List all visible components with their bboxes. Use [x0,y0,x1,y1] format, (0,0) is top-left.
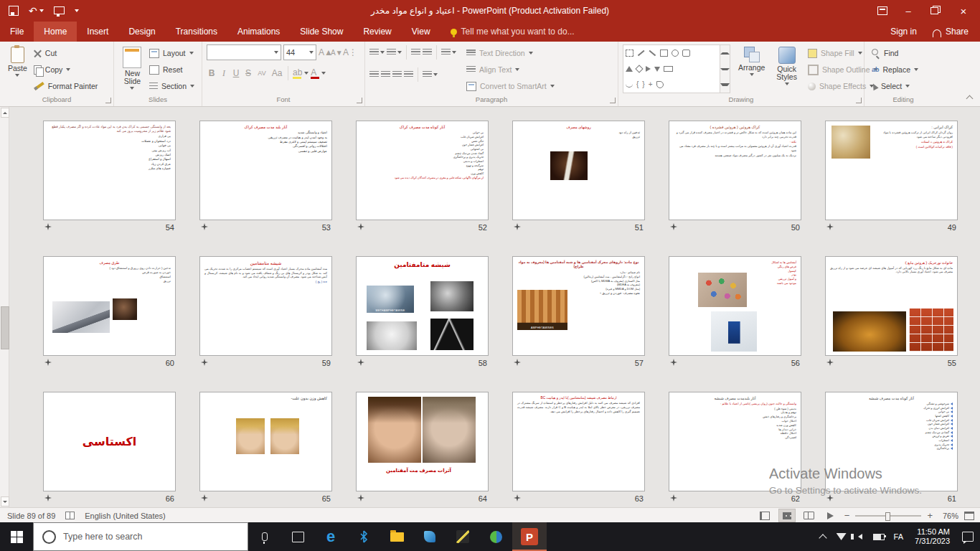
find-button[interactable]: Find [869,46,921,60]
slideshow-view-button[interactable] [823,509,839,522]
replace-button[interactable]: abReplace [869,62,921,77]
paste-button[interactable]: Paste [4,44,31,79]
normal-view-button[interactable] [757,509,773,522]
decrease-indent-button[interactable] [411,49,420,56]
customize-quick-access-icon[interactable] [75,9,79,12]
taskbar-search-input[interactable]: Type here to search [33,522,248,551]
tab-design[interactable]: Design [118,22,165,42]
animation-star-icon[interactable] [44,223,52,232]
animation-star-icon[interactable] [670,494,677,503]
slide-thumbnail-62[interactable]: آثار بلندمدت مصرف شیشهوابستگی و حالت جنو… [669,392,801,491]
align-left-button[interactable] [369,71,379,78]
shapes-more-button[interactable] [720,77,730,93]
tell-me-box[interactable]: Tell me what you want to do... [451,27,575,37]
action-center-button[interactable] [956,522,980,551]
zoom-level[interactable]: 76% [938,512,958,520]
slide-thumbnail-59[interactable]: شیشه متامفتامینمت آمفتامین ماده محرک بسی… [199,256,332,356]
shape-right-arrow-icon[interactable] [646,66,651,72]
quick-styles-button[interactable]: Quick Styles [773,44,801,88]
tab-animations[interactable]: Animations [227,22,290,42]
input-language-button[interactable]: FA [888,532,909,541]
animation-star-icon[interactable] [44,494,52,503]
section-button[interactable]: Section [146,79,197,93]
slide-thumbnail-61[interactable]: آثار کوتاه مدت مصرف شیشهسرخوشی و نشئگیاف… [825,392,958,491]
text-highlight-button[interactable]: ab [293,67,302,79]
slide-sorter-view-button[interactable] [778,509,796,522]
edge-button[interactable]: e [314,522,347,551]
slide-thumbnail-57[interactable]: نوع ماده: داروهای محرک آمفتامین ها و شبه… [512,256,645,356]
slide-thumbnail-55[interactable]: خانواده نورجزیک ( هروئین مایع ):ماده ای … [825,256,958,356]
network-button[interactable] [832,522,851,551]
fit-slide-to-window-button[interactable] [964,512,974,520]
tab-transitions[interactable]: Transitions [166,22,227,42]
slide-thumbnail-58[interactable]: شیشه متامفتامینMETHAMPHETAMINE [356,256,489,356]
show-hidden-icons-button[interactable] [814,522,832,551]
align-text-button[interactable]: Align Text [463,62,557,77]
start-slideshow-icon[interactable] [54,6,65,14]
animation-star-icon[interactable] [514,223,521,232]
animation-star-icon[interactable] [514,359,521,367]
copy-button[interactable]: Copy [31,62,100,77]
spell-check-icon[interactable] [65,512,75,519]
shape-arrow-icon[interactable] [649,50,656,56]
clear-formatting-button[interactable]: A⋮ [343,47,353,57]
shape-plus-icon[interactable]: + [649,82,653,88]
shape-rectangle-icon[interactable] [660,50,668,57]
shape-right-brace-icon[interactable]: } [642,82,644,88]
align-center-button[interactable] [381,71,390,78]
microphone-button[interactable] [248,522,281,551]
underline-button[interactable]: U [231,68,241,78]
zoom-slider-thumb[interactable] [885,512,890,521]
pinned-app-2-button[interactable] [446,522,479,551]
minimize-button[interactable]: – [895,0,921,22]
slide-thumbnail-64[interactable]: آثرات مصرف مت آمفتامین [356,392,489,491]
ribbon-display-options-button[interactable] [870,0,895,22]
font-color-caret-icon[interactable] [321,72,326,75]
shape-triangle-icon[interactable] [626,66,633,72]
pinned-app-1-button[interactable] [413,522,446,551]
volume-button[interactable] [851,522,870,551]
drawing-dialog-launcher[interactable] [856,98,862,103]
text-direction-button[interactable]: Text Direction [463,46,557,60]
tab-review[interactable]: Review [353,22,401,42]
slide-thumbnail-52[interactable]: آثار کوتاه مدت مصرف کراکبی خوابیافزایش ض… [356,121,489,220]
animation-star-icon[interactable] [201,223,208,232]
shape-select-icon[interactable] [626,50,633,57]
shapes-scroll-up-button[interactable] [720,45,730,61]
font-dialog-launcher[interactable] [357,98,362,103]
slide-thumbnail-60[interactable]: طرق مصرفتدخین ( حرارت دادن روی زرورق و ا… [43,256,176,356]
file-explorer-button[interactable] [380,522,413,551]
sign-in-button[interactable]: Sign in [890,27,917,37]
character-spacing-button[interactable]: AV [255,70,268,77]
shape-line-icon[interactable] [638,50,644,56]
slide-thumbnail-49[interactable]: کراک ایرانی :روان گردان کراک ایرانی از ت… [825,121,958,220]
line-spacing-button[interactable] [441,49,456,56]
start-button[interactable] [0,522,33,551]
animation-star-icon[interactable] [357,359,364,367]
slide-thumbnail-65[interactable]: کاهش وزن بدون علت- [199,392,332,491]
reading-view-button[interactable] [801,509,817,522]
tab-slideshow[interactable]: Slide Show [290,22,353,42]
bullets-button[interactable] [369,49,385,56]
shape-diamond-icon[interactable] [635,65,643,72]
animation-star-icon[interactable] [201,359,208,367]
shapes-gallery[interactable]: { } + [623,44,730,93]
clock[interactable]: 11:50 AM 7/31/2023 [909,527,956,546]
zoom-in-button[interactable]: + [927,510,933,521]
restore-button[interactable] [921,0,947,22]
columns-button[interactable] [423,71,438,78]
slide-thumbnail-63[interactable]: ارتباط مصرف شیشه (متامفتامین )با ایدز و … [512,392,645,491]
shape-left-brace-icon[interactable]: { [636,82,639,88]
layout-button[interactable]: Layout [146,46,197,60]
font-color-button[interactable]: A [311,67,319,79]
pinned-app-3-button[interactable] [479,522,512,551]
slide-thumbnail-51[interactable]: روشهای مصرفتدخین از راه دودتزریق [512,121,645,220]
arrange-button[interactable]: Arrange [735,44,768,78]
slide-thumbnail-66[interactable]: اکستاسی [43,392,176,491]
animation-star-icon[interactable] [826,359,834,367]
highlight-caret-icon[interactable] [304,72,308,75]
shape-oval-icon[interactable] [672,50,679,57]
slide-thumbnail-54[interactable]: بعد از وابستگی جسمی به کراک بدن فرد به ا… [43,121,176,220]
shape-curve-icon[interactable] [626,83,633,88]
bluetooth-button[interactable] [347,522,380,551]
